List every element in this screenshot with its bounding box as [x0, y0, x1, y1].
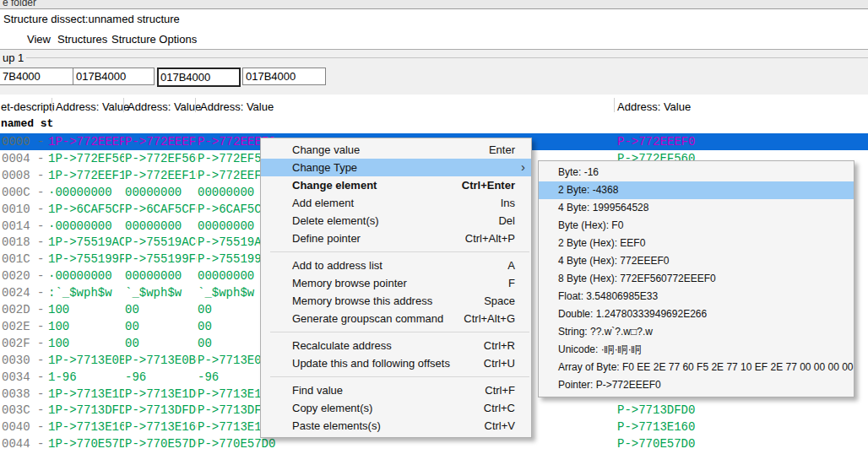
menu-item-label: String: ??.w`?.w□?.w [558, 326, 653, 338]
offset-label: 000C - [2, 184, 48, 201]
menu-item-label: Memory browse this address [292, 295, 432, 307]
menu-separator [270, 376, 529, 377]
menu-item-change-element[interactable]: Change elementCtrl+Enter [261, 176, 531, 194]
menu-item-find-value[interactable]: Find valueCtrl+F [261, 381, 531, 399]
menu-item-label: Byte (Hex): F0 [558, 219, 623, 231]
menu-separator [270, 251, 529, 252]
value-cell: P->770E57D0 [198, 435, 616, 452]
menu-item-paste-elements-s[interactable]: Paste elements(s)Ctrl+V [261, 417, 531, 435]
menu-shortcut: Ins [501, 194, 515, 212]
value-cell: 1P->772EF560 [48, 150, 124, 167]
menu-item-label: Add to address list [292, 259, 382, 272]
menu-item-define-pointer[interactable]: Define pointerCtrl+Alt+P [261, 230, 531, 247]
column-divider [123, 98, 124, 112]
structure-dissect-window: e folder Structure dissect:unnamed struc… [0, 0, 868, 454]
offset-label: 0000 - [2, 133, 48, 150]
menubar-item-view[interactable]: View [27, 32, 51, 46]
address-input-4[interactable] [242, 68, 326, 85]
value-cell: 00000000 [125, 184, 197, 201]
menu-item-recalculate-address[interactable]: Recalculate addressCtrl+R [261, 337, 531, 354]
menu-item-4-byte-hex-772eeef0[interactable]: 4 Byte (Hex): 772EEEF0 [539, 252, 854, 270]
value-cell: 1P->772EEF10 [48, 167, 124, 184]
offset-label: 002E - [2, 318, 48, 335]
menu-item-delete-element-s[interactable]: Delete element(s)Del [261, 212, 531, 230]
menubar-item-structures[interactable]: Structures [57, 32, 107, 46]
menu-item-label: Copy element(s) [292, 402, 372, 414]
menu-item-label: 4 Byte (Hex): 772EEEF0 [558, 255, 669, 267]
menu-item-label: 4 Byte: 1999564528 [558, 202, 648, 213]
menu-item-2-byte-hex-eef0[interactable]: 2 Byte (Hex): EEF0 [539, 235, 854, 252]
menu-item-copy-element-s[interactable]: Copy element(s)Ctrl+C [261, 399, 531, 417]
value-cell: -96 [125, 369, 197, 386]
column-header-address-value-2[interactable]: Address: Value [127, 100, 201, 113]
menu-item-update-this-and-following-offsets[interactable]: Update this and following offsetsCtrl+U [261, 354, 531, 372]
address-input-3-focused[interactable] [157, 68, 241, 87]
background-window-title: e folder [3, 0, 36, 8]
column-header-address-value-4[interactable]: Address: Value [617, 100, 691, 113]
menu-item-string-w-w-w[interactable]: String: ??.w`?.w□?.w [539, 323, 854, 341]
column-header-address-value-3[interactable]: Address: Value [200, 100, 274, 113]
value-cell: 1P->7713E160 [48, 419, 124, 435]
menu-item-2-byte-4368[interactable]: 2 Byte: -4368 [539, 181, 854, 199]
submenu-arrow-icon: › [521, 159, 525, 176]
structure-name-row[interactable]: named st [1, 117, 53, 130]
value-cell: 100 [48, 318, 124, 335]
menu-item-label: Define pointer [292, 232, 361, 245]
address-input-1[interactable] [0, 68, 74, 85]
offset-label: 0004 - [2, 150, 48, 167]
menu-item-add-element[interactable]: Add elementIns [261, 194, 531, 212]
menu-item-label: Delete element(s) [292, 214, 379, 227]
address-input-2[interactable] [73, 68, 155, 85]
offset-label: 0010 - [2, 201, 48, 218]
value-cell: 00 [125, 318, 197, 335]
value-cell: 1P->75519AC0 [48, 234, 124, 251]
value-cell: P->7713DFD0 [125, 402, 197, 419]
column-divider [195, 98, 196, 112]
offset-label: 0034 - [2, 369, 48, 386]
groupbox-border [26, 57, 868, 58]
value-cell: P->7713E160 [617, 419, 868, 435]
menu-shortcut: Ctrl+R [484, 337, 515, 354]
value-cell: 100 [48, 335, 124, 352]
menu-item-byte-16[interactable]: Byte: -16 [539, 164, 854, 181]
menu-item-label: 2 Byte (Hex): EEF0 [558, 237, 645, 249]
value-cell: P->7713DFD0 [617, 402, 868, 419]
column-header-offset-description[interactable]: et-descripti [1, 100, 55, 113]
change-type-submenu: Byte: -162 Byte: -43684 Byte: 1999564528… [538, 160, 854, 397]
menu-item-add-to-address-list[interactable]: Add to address listA [261, 257, 531, 274]
menu-shortcut: Ctrl+U [484, 354, 515, 372]
menu-shortcut: Ctrl+Enter [462, 176, 515, 194]
menu-item-memory-browse-pointer[interactable]: Memory browse pointerF [261, 274, 531, 292]
column-header-address-value-1[interactable]: Address: Value [56, 100, 129, 113]
value-cell: P->6CAF5CF0 [125, 201, 197, 218]
menu-item-generate-groupscan-command[interactable]: Generate groupscan commandCtrl+Alt+G [261, 310, 531, 327]
value-cell: P->772EEEF0 [617, 133, 868, 150]
menu-item-array-of-byte-f0-ee-2e-77-60-f5-2e-77-10-ef-2e-77-00-00-00-00[interactable]: Array of Byte: F0 EE 2E 77 60 F5 2E 77 1… [539, 359, 854, 376]
menu-item-memory-browse-this-address[interactable]: Memory browse this addressSpace [261, 292, 531, 310]
menu-item-label: Paste elements(s) [292, 419, 381, 432]
menu-item-float-3-54806985e33[interactable]: Float: 3.54806985E33 [539, 288, 854, 305]
menu-item-8-byte-hex-772ef560772eeef0[interactable]: 8 Byte (Hex): 772EF560772EEEF0 [539, 270, 854, 288]
menu-item-unicode[interactable]: Unicode: ·眮·眮·眮 [539, 341, 854, 359]
menu-item-double-1-24780333949692e266[interactable]: Double: 1.24780333949692E266 [539, 305, 854, 323]
value-cell: P->7713E160 [125, 419, 197, 435]
value-cell: 1P->7713E0B0 [48, 352, 124, 369]
menu-shortcut: Ctrl+Alt+P [465, 230, 515, 247]
offset-label: 0008 - [2, 167, 48, 184]
menu-shortcut: Ctrl+F [485, 381, 515, 399]
struct-row-0044[interactable]: 0044 - 1P->770E57D0P->770E57D0P->770E57D… [0, 435, 868, 452]
menu-item-label: Change element [292, 179, 377, 192]
menubar-item-structure-options[interactable]: Structure Options [111, 32, 197, 46]
value-cell: ·00000000 [48, 184, 124, 201]
menu-item-byte-hex-f0[interactable]: Byte (Hex): F0 [539, 217, 854, 235]
menu-item-pointer-p-772eeef0[interactable]: Pointer: P->772EEEF0 [539, 376, 854, 394]
menu-item-label: Recalculate address [292, 339, 392, 352]
menu-item-label: Update this and following offsets [292, 357, 450, 370]
value-cell: :`_$wph$w [48, 284, 124, 301]
value-cell: 1-96 [48, 369, 124, 386]
menu-item-change-type[interactable]: Change Type› [261, 159, 531, 176]
menu-shortcut: A [507, 257, 515, 274]
value-cell: P->770E57D0 [617, 435, 868, 452]
menu-item-4-byte-1999564528[interactable]: 4 Byte: 1999564528 [539, 199, 854, 217]
menu-item-change-value[interactable]: Change valueEnter [261, 141, 531, 159]
